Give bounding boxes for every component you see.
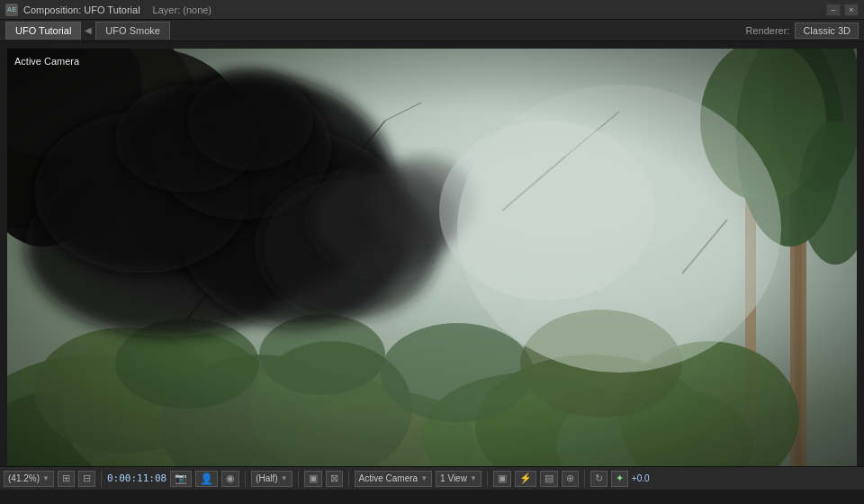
- tab-bar: UFO Tutorial ◀ UFO Smoke Renderer: Class…: [0, 20, 864, 41]
- fit-icon: ⊞: [62, 472, 70, 484]
- separator-5: [487, 471, 488, 487]
- title-bar-text: Composition: UFO Tutorial: [23, 4, 140, 15]
- tabs-container: UFO Tutorial ◀ UFO Smoke: [5, 22, 170, 40]
- grid-icon: ⊟: [83, 472, 91, 484]
- svg-point-48: [439, 121, 655, 301]
- 3d-icon: ⊕: [566, 472, 574, 484]
- spark-icon: ✦: [616, 472, 624, 484]
- resolution-value: (Half): [256, 473, 277, 483]
- timecode-value: 0:00:11:08: [107, 472, 166, 484]
- grid-toggle-button[interactable]: ⊟: [78, 471, 95, 487]
- exposure-value: +0.0: [632, 473, 650, 483]
- tab-ufo-smoke[interactable]: UFO Smoke: [95, 22, 170, 40]
- 3d-draft-button[interactable]: ⊕: [562, 471, 579, 487]
- separator-1: [101, 471, 102, 487]
- transparency-button[interactable]: ⊠: [326, 471, 343, 487]
- views-dropdown[interactable]: 1 View ▼: [436, 471, 482, 487]
- toolbar: (41.2%) ▼ ⊞ ⊟ 0:00:11:08 📷 👤 ◉ (Half) ▼ …: [0, 466, 864, 490]
- renderer-label: Renderer:: [746, 25, 790, 36]
- tab-divider: ◀: [83, 25, 94, 35]
- person-icon: 👤: [200, 472, 213, 485]
- motion-blur-button[interactable]: ⚡: [515, 471, 536, 487]
- color-button[interactable]: ◉: [221, 471, 239, 487]
- separator-4: [348, 471, 349, 487]
- zoom-dropdown[interactable]: (41.2%) ▼: [4, 471, 54, 487]
- zoom-chevron: ▼: [42, 474, 50, 482]
- renderer-dropdown[interactable]: Classic 3D: [795, 22, 859, 39]
- renderer-area: Renderer: Classic 3D: [746, 22, 860, 39]
- layer-label: Layer: (none): [153, 4, 212, 15]
- camera-view-value: Active Camera: [359, 473, 418, 483]
- minimize-button[interactable]: –: [826, 4, 841, 16]
- render-icon: ▣: [498, 472, 507, 484]
- timecode-display: 0:00:11:08: [107, 472, 166, 484]
- camera-view-chevron: ▼: [420, 474, 428, 482]
- checkerboard-icon: ⊠: [330, 472, 338, 484]
- motion-blur-icon: ⚡: [519, 472, 532, 484]
- tab-ufo-tutorial[interactable]: UFO Tutorial: [5, 22, 81, 40]
- views-value: 1 View: [440, 473, 467, 483]
- separator-2: [245, 471, 246, 487]
- adjustment-icon: ▤: [544, 472, 554, 484]
- title-bar-buttons: – ×: [826, 4, 859, 16]
- rotate-button[interactable]: ↻: [590, 471, 608, 487]
- title-bar: AE Composition: UFO Tutorial Layer: (non…: [0, 0, 864, 20]
- exposure-display: +0.0: [632, 473, 650, 483]
- separator-6: [584, 471, 585, 487]
- composition-canvas[interactable]: Active Camera: [7, 49, 857, 466]
- color-icon: ◉: [226, 472, 235, 484]
- separator-3: [298, 471, 299, 487]
- adjustment-button[interactable]: ▤: [540, 471, 558, 487]
- viewport: Active Camera: [0, 41, 864, 466]
- svg-point-27: [381, 323, 534, 422]
- rotate-icon: ↻: [595, 472, 603, 484]
- ae-icon: AE: [5, 4, 18, 16]
- camera-snapshot-icon: 📷: [175, 472, 187, 484]
- fit-comp-button[interactable]: ⊞: [58, 471, 75, 487]
- snapshot-button[interactable]: 📷: [170, 471, 192, 487]
- resolution-chevron: ▼: [281, 474, 288, 482]
- puppet-button[interactable]: 👤: [195, 471, 218, 487]
- trees-svg: [7, 49, 857, 466]
- monitor-icon: ▣: [309, 472, 318, 484]
- resolution-dropdown[interactable]: (Half) ▼: [251, 471, 292, 487]
- views-chevron: ▼: [470, 474, 477, 482]
- render-button[interactable]: ▣: [493, 471, 511, 487]
- spark-button[interactable]: ✦: [611, 471, 628, 487]
- monitor-button[interactable]: ▣: [304, 471, 322, 487]
- close-button[interactable]: ×: [844, 4, 859, 16]
- camera-view-dropdown[interactable]: Active Camera ▼: [355, 471, 433, 487]
- zoom-value: (41.2%): [8, 473, 40, 483]
- svg-point-46: [187, 71, 313, 170]
